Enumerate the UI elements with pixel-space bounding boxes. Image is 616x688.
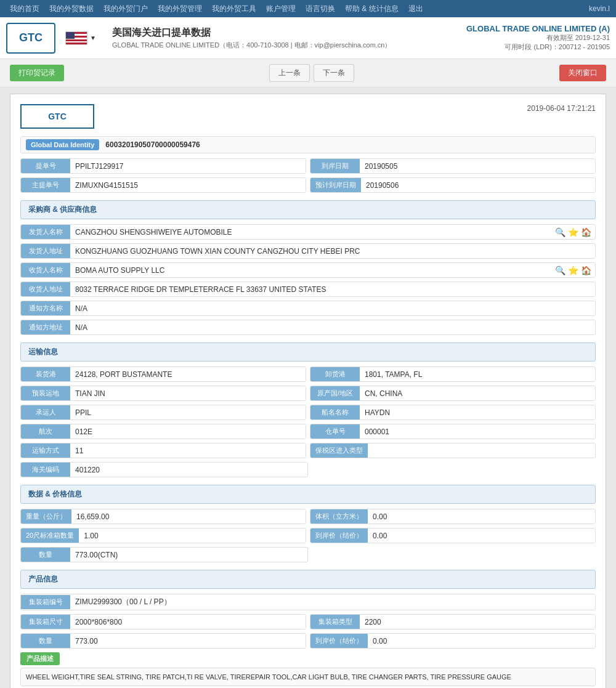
vessel-label: 船名名称 (310, 405, 360, 419)
valid-until: 有效期至 2019-12-31 (466, 33, 610, 42)
shipper-addr-label: 发货人地址 (21, 244, 70, 258)
prod-arrival-price-value: 0.00 (368, 634, 595, 648)
voyage-value: 012E (70, 425, 306, 439)
warehouse-field: 仓单号 000001 (310, 424, 596, 439)
product-section-header: 产品信息 (20, 570, 596, 589)
doc-logo: GTC (20, 104, 94, 129)
top-navigation: 我的首页 我的外贸数据 我的外贸门户 我的外贸管理 我的外贸工具 账户管理 语言… (0, 0, 616, 17)
home-icon[interactable]: 🏠 (581, 227, 591, 237)
warehouse-value: 000001 (360, 425, 595, 439)
data-row1: 重量（公斤） 16,659.00 体积（立方米） 0.00 (20, 509, 596, 524)
nav-tools[interactable]: 我的外贸工具 (208, 4, 260, 14)
origin-label: 原产国/地区 (310, 386, 360, 400)
transport-mode-value: 11 (70, 444, 306, 458)
star-icon-2[interactable]: ⭐ (568, 265, 578, 275)
home-icon-2[interactable]: 🏠 (581, 265, 591, 275)
transport-section-header: 运输信息 (20, 342, 596, 362)
top-nav-buttons: 上一条 下一条 (269, 64, 354, 82)
qty-label: 数量 (21, 548, 70, 562)
vessel-field: 船名名称 HAYDN (310, 405, 596, 420)
voyage-field: 航次 012E (20, 424, 306, 439)
top-print-button[interactable]: 打印贸记录 (10, 65, 64, 81)
transport-row4: 航次 012E 仓单号 000001 (20, 424, 596, 439)
load-port-value: 24128, PORT BUSTAMANTE (70, 368, 306, 381)
nav-help[interactable]: 帮助 & 统计信息 (341, 4, 402, 14)
shipper-icons: 🔍 ⭐ 🏠 (551, 227, 595, 237)
carrier-label: 承运人 (21, 405, 70, 419)
preload-field: 预装运地 TIAN JIN (20, 386, 306, 401)
nav-home[interactable]: 我的首页 (6, 4, 43, 14)
weight-label: 重量（公斤） (21, 509, 71, 524)
preload-label: 预装运地 (21, 386, 70, 400)
voyage-label: 航次 (21, 424, 70, 439)
prod-desc-header-row: 产品描述 (20, 652, 596, 665)
volume-field: 体积（立方米） 0.00 (310, 509, 596, 524)
customs-field: 海关编码 401220 (20, 462, 308, 477)
bill-no-field: 提单号 PPILTJ129917 (20, 158, 306, 174)
notify-name-field: 通知方名称 N/A (20, 301, 596, 316)
customs-label: 海关编码 (21, 463, 70, 477)
transport-mode-field: 运输方式 11 (20, 443, 306, 458)
arrive-date-label: 到岸日期 (310, 159, 360, 173)
dp-arrival-price-value: 0.00 (368, 529, 595, 543)
prod-qty-value: 773.00 (70, 634, 306, 648)
consignee-name-value: BOMA AUTO SUPPLY LLC (70, 264, 551, 277)
shipper-name-label: 发货人名称 (21, 225, 70, 239)
transport-row1: 装货港 24128, PORT BUSTAMANTE 卸货港 1801, TAM… (20, 366, 596, 382)
doc-header: GTC 2019-06-04 17:21:21 (20, 104, 596, 129)
prod-qty-field: 数量 773.00 (20, 633, 306, 649)
main-content: GTC 2019-06-04 17:21:21 Global Data Iden… (0, 87, 616, 688)
main-bill-value: ZIMUXNG4151515 (70, 179, 306, 192)
page-title-area: 美国海关进口提单数据 GLOBAL TRADE ONLINE LIMITED（电… (112, 26, 466, 50)
arrive-date-field: 到岸日期 20190505 (310, 158, 596, 174)
nav-logout[interactable]: 退出 (405, 4, 427, 14)
notify-addr-label: 通知方地址 (21, 320, 70, 334)
consignee-icons: 🔍 ⭐ 🏠 (551, 265, 595, 275)
search-icon-2[interactable]: 🔍 (555, 265, 565, 275)
consignee-name-field: 收货人名称 BOMA AUTO SUPPLY LLC 🔍 ⭐ 🏠 (20, 262, 596, 278)
nav-trade-data[interactable]: 我的外贸数据 (46, 4, 97, 14)
bonded-field: 保税区进入类型 (310, 443, 596, 458)
container20-value: 1.00 (79, 529, 306, 543)
prod-desc-label-btn: 产品描述 (20, 652, 60, 665)
top-prev-button[interactable]: 上一条 (269, 64, 310, 82)
notify-name-value: N/A (70, 302, 595, 315)
company-logo: GTC (6, 23, 55, 54)
main-bill-label: 主提单号 (21, 178, 70, 192)
nav-management[interactable]: 我的外贸管理 (154, 4, 206, 14)
nav-account[interactable]: 账户管理 (262, 4, 299, 14)
flag-dropdown-icon[interactable]: ▼ (90, 34, 96, 41)
shipper-name-value: CANGZHOU SHENGSHIWEIYE AUTOMOBILE (70, 225, 551, 239)
flag-area: ▼ (65, 31, 96, 45)
dp-arrival-price-field: 到岸价（结价） 0.00 (310, 528, 596, 543)
plan-arrive-field: 预计到岸日期 20190506 (310, 177, 596, 193)
shipper-addr-field: 发货人地址 KONGZHUANG GUOZHUANG TOWN XIAN COU… (20, 243, 596, 259)
search-icon[interactable]: 🔍 (555, 227, 565, 237)
container-size-value: 2000*806*800 (70, 615, 306, 629)
page-title: 美国海关进口提单数据 (112, 26, 466, 39)
unload-port-field: 卸货港 1801, TAMPA, FL (310, 366, 596, 382)
weight-value: 16,659.00 (71, 510, 306, 524)
nav-portal[interactable]: 我的外贸门户 (100, 4, 152, 14)
container-type-value: 2200 (360, 615, 595, 629)
star-icon[interactable]: ⭐ (568, 227, 578, 237)
prod-arrival-price-field: 到岸价（结价） 0.00 (310, 633, 596, 649)
user-info: kevin.l (589, 4, 610, 13)
dp-arrival-price-label: 到岸价（结价） (310, 528, 368, 543)
header-bar: GTC ▼ 美国海关进口提单数据 GLOBAL TRADE ONLINE LIM… (0, 17, 616, 59)
nav-language[interactable]: 语言切换 (302, 4, 339, 14)
unload-port-value: 1801, TAMPA, FL (360, 368, 595, 381)
container-row2: 集装箱尺寸 2000*806*800 集装箱类型 2200 (20, 614, 596, 629)
logo-area: GTC (6, 23, 55, 54)
top-action-bar: 打印贸记录 上一条 下一条 关闭窗口 (0, 59, 616, 87)
bill-fields-row2: 主提单号 ZIMUXNG4151515 预计到岸日期 20190506 (20, 177, 596, 193)
nav-items: 我的首页 我的外贸数据 我的外贸门户 我的外贸管理 我的外贸工具 账户管理 语言… (6, 4, 427, 14)
top-close-button[interactable]: 关闭窗口 (559, 65, 606, 81)
origin-field: 原产国/地区 CN, CHINA (310, 386, 596, 401)
account-info: GLOBAL TRADE ONLINE LIMITED (A) 有效期至 201… (466, 24, 610, 52)
container-size-field: 集装箱尺寸 2000*806*800 (20, 614, 306, 629)
supplier-section-header: 采购商 & 供应商信息 (20, 200, 596, 219)
container-no-label: 集装箱编号 (21, 595, 70, 609)
top-next-button[interactable]: 下一条 (314, 64, 354, 82)
origin-value: CN, CHINA (360, 387, 595, 400)
